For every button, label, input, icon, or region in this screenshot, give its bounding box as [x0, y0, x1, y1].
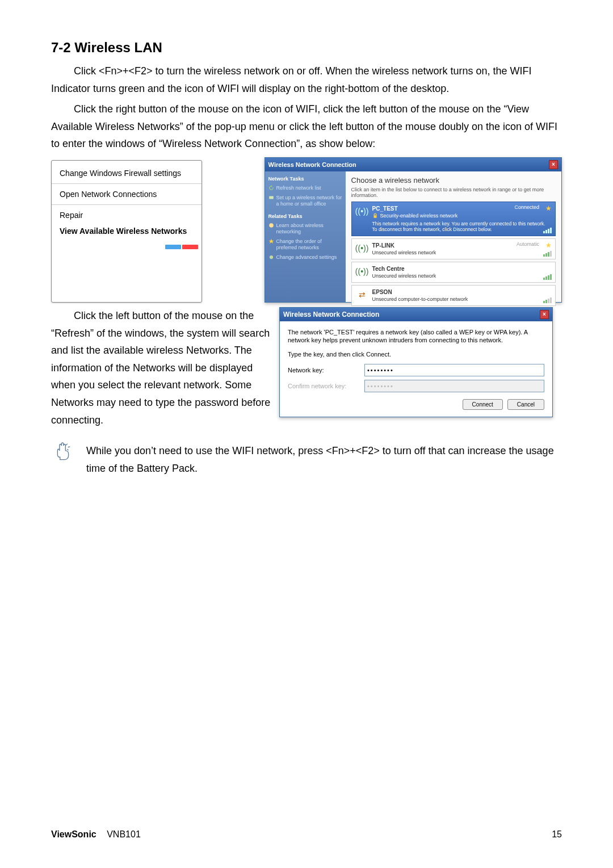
svg-point-1: [269, 224, 274, 228]
sidebar-head-related-tasks: Related Tasks: [268, 213, 342, 219]
network-key-label: Network key:: [288, 367, 364, 374]
wifi-icon: ((•)): [356, 242, 368, 254]
wifi-context-menu: Change Windows Firewall settings Open Ne…: [51, 160, 202, 303]
adhoc-icon: ⇄: [356, 289, 368, 300]
sidebar-head-network-tasks: Network Tasks: [268, 176, 342, 182]
confirm-key-input: [364, 380, 544, 392]
signal-icon: [543, 274, 552, 280]
network-sub: Unsecured wireless network: [372, 250, 436, 255]
network-item[interactable]: ((•)) Tech Centre Unsecured wireless net…: [351, 262, 556, 283]
paragraph-3: Click the left button of the mouse on th…: [51, 307, 272, 429]
section-heading: 7-2 Wireless LAN: [51, 40, 562, 56]
page-footer: ViewSonic VNB101 15: [51, 829, 562, 840]
network-sub: Unsecured wireless network: [372, 273, 436, 279]
pwd-description: The network 'PC_TEST' requires a network…: [288, 328, 544, 345]
svg-rect-4: [373, 215, 376, 217]
menu-divider: [52, 204, 201, 205]
wnc-title: Wireless Network Connection: [268, 161, 356, 168]
network-name: Tech Centre: [372, 266, 551, 272]
choose-network-desc: Click an item in the list below to conne…: [351, 187, 556, 198]
sidebar-label: Learn about wireless networking: [276, 223, 342, 235]
tip-text: While you don’t need to use the WIFI net…: [86, 442, 562, 477]
setup-icon: [268, 195, 274, 200]
refresh-icon: [268, 185, 274, 191]
lock-icon: [372, 213, 378, 219]
wnc-titlebar: Wireless Network Connection ×: [265, 158, 561, 171]
pwd-titlebar: Wireless Network Connection ×: [280, 308, 552, 321]
confirm-key-label: Confirm network key:: [288, 383, 364, 389]
network-name: EPSON: [372, 289, 551, 295]
menu-tail-bars: [52, 239, 201, 249]
network-note: This network requires a network key. You…: [372, 221, 551, 232]
sidebar-setup[interactable]: Set up a wireless network for a home or …: [268, 195, 342, 207]
svg-marker-2: [268, 239, 274, 244]
footer-brand: ViewSonic: [51, 829, 96, 839]
wnc-sidebar: Network Tasks Refresh network list Set u…: [265, 171, 346, 302]
network-status: Automatic: [517, 241, 539, 247]
pwd-title: Wireless Network Connection: [283, 311, 379, 318]
sidebar-label: Refresh network list: [276, 185, 321, 191]
sidebar-learn[interactable]: Learn about wireless networking: [268, 223, 342, 235]
signal-icon: [543, 228, 552, 233]
wifi-icon: ((•)): [356, 266, 368, 277]
sidebar-order[interactable]: Change the order of preferred networks: [268, 238, 342, 251]
network-item[interactable]: ⇄ EPSON Unsecured computer-to-computer n…: [351, 285, 556, 306]
svg-point-3: [269, 255, 272, 258]
menu-divider: [52, 183, 201, 184]
tip-hand-icon: [51, 442, 75, 466]
menu-view-networks[interactable]: View Available Wireless Networks: [52, 223, 201, 239]
network-key-input[interactable]: [364, 364, 544, 376]
sidebar-label: Change advanced settings: [276, 254, 337, 261]
sidebar-advanced[interactable]: Change advanced settings: [268, 254, 342, 261]
choose-network-heading: Choose a wireless network: [351, 176, 556, 184]
network-sub: Unsecured computer-to-computer network: [372, 296, 468, 302]
pwd-instruction: Type the key, and then click Connect.: [288, 350, 544, 358]
network-sub: Security-enabled wireless network: [380, 213, 458, 219]
menu-open-connections[interactable]: Open Network Connections: [52, 186, 201, 202]
network-key-dialog: Wireless Network Connection × The networ…: [279, 307, 553, 417]
close-icon[interactable]: ×: [540, 310, 549, 319]
close-icon[interactable]: ×: [549, 160, 558, 169]
sidebar-label: Change the order of preferred networks: [276, 238, 342, 251]
menu-repair[interactable]: Repair: [52, 207, 201, 223]
paragraph-1: Click <Fn>+<F2> to turn the wireless net…: [51, 62, 562, 97]
menu-firewall[interactable]: Change Windows Firewall settings: [52, 165, 201, 181]
svg-rect-0: [269, 196, 274, 199]
wnc-main-panel: Choose a wireless network Click an item …: [346, 171, 561, 302]
gear-icon: [268, 254, 274, 260]
signal-icon: [543, 251, 552, 257]
star-icon: [268, 238, 274, 244]
wifi-secured-icon: ((•)): [356, 206, 368, 217]
cancel-button[interactable]: Cancel: [507, 399, 544, 410]
network-item-selected[interactable]: ((•)) PC_TEST Security-enabled wireless …: [351, 202, 556, 236]
sidebar-refresh[interactable]: Refresh network list: [268, 185, 342, 191]
network-status: Connected: [514, 204, 539, 210]
wireless-connection-window: Wireless Network Connection × Network Ta…: [264, 157, 562, 303]
star-icon: ★: [545, 241, 552, 249]
connect-button[interactable]: Connect: [463, 399, 503, 410]
sidebar-label: Set up a wireless network for a home or …: [276, 195, 342, 207]
page-number: 15: [552, 829, 562, 840]
signal-icon: [543, 297, 552, 303]
paragraph-2: Click the right button of the mouse on t…: [51, 100, 562, 153]
star-icon: ★: [545, 204, 552, 212]
info-icon: [268, 223, 274, 228]
footer-model: VNB101: [107, 829, 141, 839]
network-item[interactable]: ((•)) TP-LINK Unsecured wireless network…: [351, 238, 556, 259]
